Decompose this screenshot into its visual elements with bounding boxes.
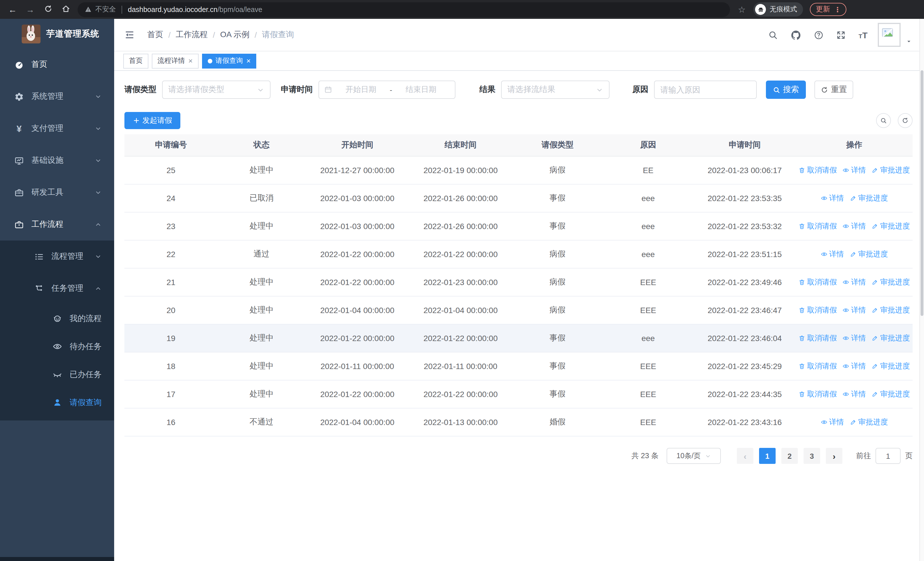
sidebar-item-请假查询[interactable]: 请假查询 bbox=[0, 388, 114, 417]
avatar-dropdown-icon[interactable] bbox=[906, 39, 912, 44]
sidebar-item-已办任务[interactable]: 已办任务 bbox=[0, 361, 114, 388]
apply-time-label: 申请时间 bbox=[281, 84, 313, 95]
sidebar-item-系统管理[interactable]: 系统管理 bbox=[0, 81, 114, 113]
view-icon bbox=[843, 335, 849, 341]
browser-home-icon[interactable] bbox=[60, 4, 71, 15]
detail-link[interactable]: 详情 bbox=[843, 361, 866, 371]
browser-forward-icon[interactable]: → bbox=[25, 5, 35, 14]
breadcrumb-item[interactable]: 首页 bbox=[147, 30, 163, 40]
page-button-3[interactable]: 3 bbox=[804, 448, 820, 464]
reset-button[interactable]: 重置 bbox=[814, 81, 853, 99]
progress-link[interactable]: 审批进度 bbox=[872, 333, 910, 343]
reason-input[interactable] bbox=[654, 81, 757, 99]
page-size-select[interactable]: 10条/页 bbox=[667, 448, 721, 464]
breadcrumb-item[interactable]: 请假查询 bbox=[262, 30, 294, 40]
breadcrumb-item[interactable]: OA 示例 bbox=[220, 30, 250, 40]
url-text[interactable]: dashboard.yudao.iocoder.cn/bpm/oa/leave bbox=[128, 5, 262, 14]
edit-icon bbox=[872, 307, 879, 314]
end-date-placeholder[interactable]: 结束日期 bbox=[392, 84, 450, 95]
detail-link[interactable]: 详情 bbox=[843, 305, 866, 315]
op-label: 详情 bbox=[851, 165, 866, 175]
refresh-table-button[interactable] bbox=[898, 113, 913, 128]
security-label[interactable]: 不安全 bbox=[95, 5, 116, 14]
browser-back-icon[interactable]: ← bbox=[8, 5, 18, 14]
browser-update-button[interactable]: 更新 ⋮ bbox=[810, 3, 847, 16]
goto-page-input[interactable] bbox=[876, 448, 901, 464]
sidebar-item-基础设施[interactable]: 基础设施 bbox=[0, 144, 114, 176]
cell-status: 已取消 bbox=[218, 193, 306, 203]
progress-link[interactable]: 审批进度 bbox=[872, 361, 910, 371]
search-button[interactable]: 搜索 bbox=[766, 81, 806, 99]
next-page-button[interactable]: › bbox=[826, 448, 842, 464]
cancel-link[interactable]: 取消请假 bbox=[799, 277, 837, 287]
detail-link[interactable]: 详情 bbox=[821, 249, 844, 259]
detail-link[interactable]: 详情 bbox=[821, 193, 844, 203]
detail-link[interactable]: 详情 bbox=[821, 417, 844, 427]
trash-icon bbox=[799, 279, 806, 286]
sidebar-item-研发工具[interactable]: 研发工具 bbox=[0, 176, 114, 209]
close-tab-icon[interactable]: × bbox=[188, 57, 193, 65]
help-icon[interactable] bbox=[814, 30, 824, 40]
menu-label: 系统管理 bbox=[32, 92, 63, 102]
op-label: 审批进度 bbox=[880, 165, 910, 175]
search-icon[interactable] bbox=[768, 30, 778, 40]
apply-time-range-picker[interactable]: 开始日期 - 结束日期 bbox=[318, 81, 455, 99]
progress-link[interactable]: 审批进度 bbox=[872, 305, 910, 315]
toggle-search-button[interactable] bbox=[876, 113, 891, 128]
tab-请假查询[interactable]: 请假查询× bbox=[202, 53, 256, 68]
cancel-link[interactable]: 取消请假 bbox=[799, 389, 837, 399]
fold-sidebar-icon[interactable] bbox=[124, 30, 135, 40]
cancel-link[interactable]: 取消请假 bbox=[799, 221, 837, 232]
tab-流程详情[interactable]: 流程详情× bbox=[152, 53, 198, 68]
progress-link[interactable]: 审批进度 bbox=[850, 249, 888, 259]
github-icon[interactable] bbox=[791, 29, 802, 40]
cancel-link[interactable]: 取消请假 bbox=[799, 305, 837, 315]
page-button-1[interactable]: 1 bbox=[759, 448, 776, 464]
avatar[interactable] bbox=[878, 23, 901, 47]
create-leave-button[interactable]: 发起请假 bbox=[124, 112, 180, 129]
view-icon bbox=[843, 279, 849, 286]
detail-link[interactable]: 详情 bbox=[843, 277, 866, 287]
progress-link[interactable]: 审批进度 bbox=[872, 389, 910, 399]
fullscreen-icon[interactable] bbox=[836, 30, 846, 40]
tab-首页[interactable]: 首页 bbox=[123, 53, 148, 68]
scrollbar-thumb[interactable] bbox=[921, 70, 923, 316]
page-button-2[interactable]: 2 bbox=[782, 448, 798, 464]
address-bar[interactable]: 不安全 dashboard.yudao.iocoder.cn/bpm/oa/le… bbox=[78, 2, 730, 17]
sidebar-item-任务管理[interactable]: 任务管理 bbox=[0, 272, 114, 304]
cancel-link[interactable]: 取消请假 bbox=[799, 361, 837, 371]
progress-link[interactable]: 审批进度 bbox=[850, 417, 888, 427]
cancel-link[interactable]: 取消请假 bbox=[799, 333, 837, 343]
sidebar-item-工作流程[interactable]: 工作流程 bbox=[0, 209, 114, 241]
sidebar-item-首页[interactable]: 首页 bbox=[0, 48, 114, 81]
detail-link[interactable]: 详情 bbox=[843, 165, 866, 175]
progress-link[interactable]: 审批进度 bbox=[850, 193, 888, 203]
calendar-icon bbox=[324, 86, 332, 94]
sidebar-item-待办任务[interactable]: 待办任务 bbox=[0, 332, 114, 361]
menu-label: 已办任务 bbox=[70, 369, 102, 380]
leave-type-select[interactable]: 请选择请假类型 bbox=[162, 81, 270, 99]
cell-start: 2022-01-03 00:00:00 bbox=[306, 222, 409, 231]
sidebar-item-我的流程[interactable]: 我的流程 bbox=[0, 304, 114, 332]
detail-link[interactable]: 详情 bbox=[843, 389, 866, 399]
bookmark-star-icon[interactable]: ☆ bbox=[738, 4, 746, 15]
start-date-placeholder[interactable]: 开始日期 bbox=[332, 84, 390, 95]
cancel-link[interactable]: 取消请假 bbox=[799, 165, 837, 175]
progress-link[interactable]: 审批进度 bbox=[872, 165, 910, 175]
browser-reload-icon[interactable] bbox=[43, 4, 53, 15]
breadcrumb-item[interactable]: 工作流程 bbox=[176, 30, 208, 40]
table-row: 25处理中2021-12-27 00:00:002022-01-19 00:00… bbox=[124, 156, 913, 185]
detail-link[interactable]: 详情 bbox=[843, 221, 866, 232]
progress-link[interactable]: 审批进度 bbox=[872, 221, 910, 232]
scrollbar[interactable] bbox=[920, 19, 924, 561]
prev-page-button[interactable]: ‹ bbox=[737, 448, 753, 464]
sidebar-item-支付管理[interactable]: ¥支付管理 bbox=[0, 113, 114, 144]
font-size-icon[interactable]: TT bbox=[859, 30, 867, 39]
detail-link[interactable]: 详情 bbox=[843, 333, 866, 343]
sidebar-item-流程管理[interactable]: 流程管理 bbox=[0, 241, 114, 272]
result-select[interactable]: 请选择流结果 bbox=[501, 81, 609, 99]
cell-applied: 2022-01-22 23:45:29 bbox=[693, 362, 796, 371]
progress-link[interactable]: 审批进度 bbox=[872, 277, 910, 287]
browser-menu-icon[interactable]: ⋮ bbox=[834, 5, 841, 14]
close-tab-icon[interactable]: × bbox=[246, 57, 250, 65]
